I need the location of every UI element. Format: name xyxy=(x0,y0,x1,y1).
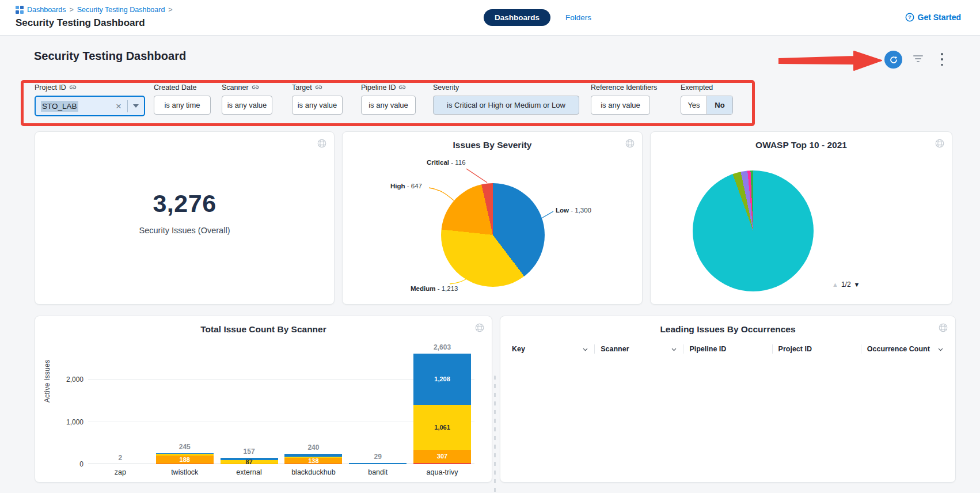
clear-icon[interactable]: × xyxy=(116,101,121,111)
created-date-chip[interactable]: is any time xyxy=(154,96,211,115)
globe-icon xyxy=(317,138,327,151)
bar-plot-bars: 224518815787240138292,6031,2081,061307 xyxy=(88,343,474,464)
card-leading-issues-by-occurrences: Leading Issues By Occurrences Key Scanne… xyxy=(500,316,956,483)
get-started-link[interactable]: ? Get Started xyxy=(905,13,961,22)
globe-icon xyxy=(474,323,485,335)
column-header-pipeline-id[interactable]: Pipeline ID xyxy=(683,344,772,354)
issues-by-severity-pie[interactable] xyxy=(441,183,545,287)
card-title: Total Issue Count By Scanner xyxy=(35,324,492,335)
refresh-button[interactable] xyxy=(884,51,902,69)
card-issues-by-severity: Issues By Severity Critical - 116 High -… xyxy=(342,131,643,305)
more-options-icon[interactable] xyxy=(939,53,945,66)
filter-scanner-label: Scanner xyxy=(222,83,272,92)
column-header-scanner[interactable]: Scanner xyxy=(594,344,683,354)
breadcrumb-current[interactable]: Security Testing Dashboard xyxy=(77,6,165,14)
link-icon xyxy=(315,84,322,91)
annotation-arrow xyxy=(778,50,883,72)
filter-target-label: Target xyxy=(292,83,343,92)
pipeline-id-chip[interactable]: is any value xyxy=(361,96,416,115)
dashboards-grid-icon xyxy=(16,6,24,14)
table-header-row: Key Scanner Pipeline ID Project ID Occur… xyxy=(506,342,949,357)
bar-plot: 2,000 1,000 0 224518815787240138292,6031… xyxy=(88,349,474,464)
project-id-input[interactable]: STO_LAB × xyxy=(35,96,145,116)
bar-twistlock[interactable]: 245188 xyxy=(153,443,217,464)
filter-exempted-label: Exempted xyxy=(681,83,733,92)
bar-segment-high[interactable]: 138 xyxy=(284,458,342,464)
breadcrumb-dashboards[interactable]: Dashboards xyxy=(27,6,66,14)
pie-label-low: Low - 1,300 xyxy=(556,207,591,214)
filter-target: Target is any value xyxy=(292,83,343,115)
breadcrumb-separator: > xyxy=(69,6,73,14)
help-question-icon: ? xyxy=(905,13,914,22)
bar-segment-medium[interactable]: 1,061 xyxy=(413,405,471,450)
bar-segment-low[interactable]: 1,208 xyxy=(413,354,471,405)
filter-created-date-label: Created Date xyxy=(154,83,211,92)
filter-reference-identifiers-label: Reference Identifiers xyxy=(591,83,650,92)
bar-segment-medium[interactable]: 87 xyxy=(221,460,278,464)
card-total-issue-count-by-scanner: Total Issue Count By Scanner Active Issu… xyxy=(35,316,492,483)
chevron-down-icon xyxy=(937,346,944,352)
bar-aqua-trivy[interactable]: 2,6031,2081,061307 xyxy=(410,343,474,464)
dashboard-filters-icon[interactable] xyxy=(913,55,923,63)
globe-icon xyxy=(625,138,635,151)
bar-total-label: 2 xyxy=(119,454,123,462)
bar-segment-low[interactable] xyxy=(349,463,407,464)
filter-created-date: Created Date is any time xyxy=(154,83,211,115)
view-tabs: Dashboards Folders xyxy=(484,9,591,26)
bar-category-label: bandit xyxy=(345,468,410,476)
card-security-issues-overall: 3,276 Security Issues (Overall) xyxy=(35,131,335,305)
chevron-down-icon[interactable] xyxy=(133,104,139,108)
stat-label: Security Issues (Overall) xyxy=(35,226,334,235)
link-icon xyxy=(252,84,259,91)
breadcrumb-separator: > xyxy=(168,6,172,14)
y-tick: 2,000 xyxy=(66,376,83,384)
exempted-yes-option[interactable]: Yes xyxy=(681,96,706,114)
card-title: OWASP Top 10 - 2021 xyxy=(651,140,952,150)
bar-zap[interactable]: 2 xyxy=(88,454,153,464)
y-tick: 0 xyxy=(79,460,83,468)
tab-dashboards[interactable]: Dashboards xyxy=(484,9,550,26)
get-started-label: Get Started xyxy=(918,13,961,22)
filter-severity-label: Severity xyxy=(433,83,579,92)
bar-total-label: 2,603 xyxy=(434,343,451,351)
bar-total-label: 245 xyxy=(179,443,191,451)
bar-category-label: zap xyxy=(88,468,153,476)
card-owasp-top10: OWASP Top 10 - 2021 ▲ 1/2 ▼ xyxy=(650,131,952,305)
page-title: Security Testing Dashboard xyxy=(16,17,145,29)
column-header-key[interactable]: Key xyxy=(506,344,594,354)
bar-total-label: 157 xyxy=(244,448,255,456)
scanner-chip[interactable]: is any value xyxy=(222,96,272,115)
page-down-icon[interactable]: ▼ xyxy=(854,281,860,288)
severity-chip[interactable]: is Critical or High or Medium or Low xyxy=(433,96,579,115)
table-scrollbar[interactable] xyxy=(494,376,496,493)
input-divider xyxy=(127,100,128,112)
tab-folders[interactable]: Folders xyxy=(565,13,591,22)
column-header-occurrence-count[interactable]: Occurrence Count xyxy=(861,344,949,354)
y-tick: 1,000 xyxy=(66,418,83,426)
bar-bandit[interactable]: 29 xyxy=(345,453,410,464)
pie-pagination: ▲ 1/2 ▼ xyxy=(832,280,860,289)
bar-category-label: twistlock xyxy=(153,468,217,476)
svg-text:?: ? xyxy=(908,14,911,20)
bar-segment-critical[interactable] xyxy=(413,463,471,464)
bar-blackduckhub[interactable]: 240138 xyxy=(281,443,345,464)
globe-icon xyxy=(935,138,945,151)
chevron-down-icon xyxy=(671,346,677,352)
filter-severity: Severity is Critical or High or Medium o… xyxy=(433,83,579,115)
owasp-top10-pie[interactable] xyxy=(693,170,814,291)
bar-segment-critical[interactable] xyxy=(156,464,214,464)
target-chip[interactable]: is any value xyxy=(292,96,343,115)
stat-value: 3,276 xyxy=(35,189,334,218)
reference-identifiers-chip[interactable]: is any value xyxy=(591,96,650,115)
bar-total-label: 29 xyxy=(374,453,382,461)
page-up-icon[interactable]: ▲ xyxy=(832,281,838,288)
exempted-no-option[interactable]: No xyxy=(706,96,732,114)
bar-total-label: 240 xyxy=(307,443,319,452)
filter-exempted: Exempted Yes No xyxy=(681,83,733,115)
bar-plot-cats: zaptwistlockexternalblackduckhubbanditaq… xyxy=(88,468,474,476)
bar-segment-high[interactable]: 188 xyxy=(156,456,214,464)
column-header-project-id[interactable]: Project ID xyxy=(772,344,861,354)
bar-segment-high[interactable]: 307 xyxy=(413,450,471,463)
bar-external[interactable]: 15787 xyxy=(217,448,282,464)
link-icon xyxy=(69,84,77,91)
